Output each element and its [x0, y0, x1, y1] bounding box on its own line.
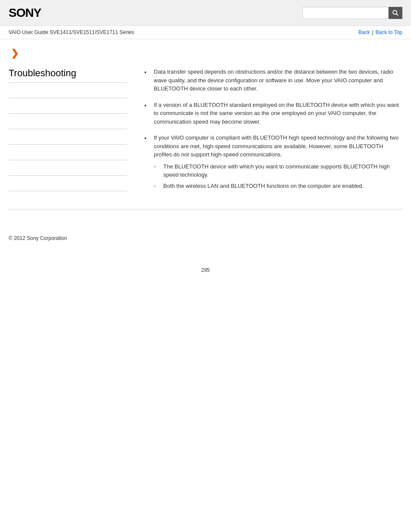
copyright: © 2012 Sony Corporation — [9, 235, 67, 241]
nav-bar: VAIO User Guide SVE1411/SVE1511/SVE1711 … — [0, 26, 411, 39]
nav-links: Back | Back to Top — [358, 29, 402, 35]
main-layout: Troubleshooting Data transfer speed depe… — [9, 68, 402, 200]
nav-separator: | — [372, 29, 373, 35]
list-item-3: If your VAIO computer is compliant with … — [144, 134, 402, 193]
list-item-2-text: If a version of a BLUETOOTH standard emp… — [154, 101, 402, 126]
bullet-dot-2 — [144, 101, 150, 126]
page-footer: © 2012 Sony Corporation — [0, 227, 411, 250]
list-item-1: Data transfer speed depends on obstructi… — [144, 68, 402, 93]
nav-title: VAIO User Guide SVE1411/SVE1511/SVE1711 … — [9, 29, 134, 35]
search-area — [302, 7, 402, 19]
sub-list: The BLUETOOTH device with which you want… — [154, 162, 402, 190]
search-icon — [392, 9, 399, 16]
sub-list-item-1-text: The BLUETOOTH device with which you want… — [163, 162, 402, 179]
search-input[interactable] — [302, 7, 389, 19]
page-content: ❯ Troubleshooting Data transfer speed de… — [0, 39, 411, 227]
list-item-1-text: Data transfer speed depends on obstructi… — [154, 68, 402, 93]
sidebar-title: Troubleshooting — [9, 68, 127, 83]
sidebar-item-5[interactable] — [9, 145, 127, 160]
sub-dot-2 — [154, 182, 160, 190]
sidebar-item-1[interactable] — [9, 83, 127, 98]
main-content: Data transfer speed depends on obstructi… — [136, 68, 402, 200]
list-item-3-content: If your VAIO computer is compliant with … — [154, 134, 402, 193]
page-number: 295 — [0, 267, 411, 282]
sidebar-item-2[interactable] — [9, 98, 127, 114]
sub-list-item-2-text: Both the wireless LAN and BLUETOOTH func… — [163, 182, 364, 190]
list-item-2: If a version of a BLUETOOTH standard emp… — [144, 101, 402, 126]
sidebar: Troubleshooting — [9, 68, 136, 200]
sub-dot-1 — [154, 162, 160, 179]
svg-point-0 — [393, 10, 397, 14]
breadcrumb-chevron: ❯ — [11, 48, 402, 59]
svg-line-1 — [396, 14, 398, 16]
back-to-top-link[interactable]: Back to Top — [376, 29, 402, 35]
page-header: SONY — [0, 0, 411, 26]
sidebar-item-6[interactable] — [9, 160, 127, 176]
sub-list-item-2: Both the wireless LAN and BLUETOOTH func… — [154, 182, 402, 190]
content-list: Data transfer speed depends on obstructi… — [144, 68, 402, 193]
sidebar-item-3[interactable] — [9, 114, 127, 129]
content-divider — [9, 209, 402, 209]
search-button[interactable] — [389, 7, 402, 19]
bullet-dot-3 — [144, 134, 150, 193]
sub-list-item-1: The BLUETOOTH device with which you want… — [154, 162, 402, 179]
back-link[interactable]: Back — [358, 29, 370, 35]
sony-logo: SONY — [9, 6, 41, 20]
list-item-3-text: If your VAIO computer is compliant with … — [154, 134, 399, 158]
sidebar-item-4[interactable] — [9, 129, 127, 145]
bullet-dot-1 — [144, 68, 150, 93]
sidebar-item-7[interactable] — [9, 176, 127, 191]
